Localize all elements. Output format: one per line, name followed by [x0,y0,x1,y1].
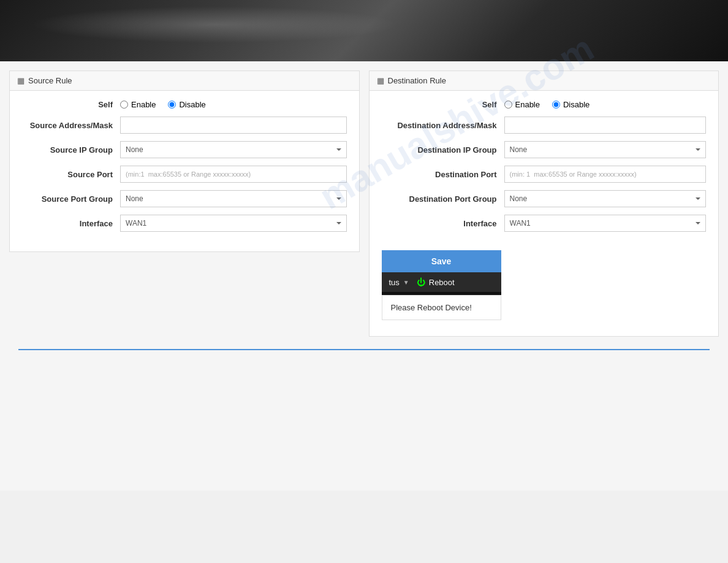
save-button-row: Save [382,250,501,272]
source-port-input[interactable] [120,166,347,183]
dest-enable-option[interactable]: Enable [504,100,540,109]
dest-disable-label: Disable [563,100,590,109]
dest-ip-group-select[interactable]: None [504,141,707,158]
header-banner [0,0,728,61]
dest-address-input[interactable] [504,117,707,134]
dest-ip-group-label: Destination IP Group [382,145,504,155]
dest-port-group-label: Destination Port Group [382,194,504,204]
footer-divider [18,349,710,350]
dest-disable-option[interactable]: Disable [552,100,590,109]
dest-port-input[interactable] [504,166,707,183]
source-port-label: Source Port [22,170,120,179]
dest-self-radio-group: Enable Disable [504,100,707,109]
source-enable-option[interactable]: Enable [120,100,156,109]
reboot-message: Please Reboot Device! [382,295,501,320]
destination-rule-title: Destination Rule [388,76,446,85]
source-ip-group-select[interactable]: None [120,141,347,158]
source-rule-title: Source Rule [28,76,72,85]
dest-interface-label: Interface [382,219,504,228]
source-self-radio-group: Enable Disable [120,100,347,109]
dest-port-group-select[interactable]: None [504,190,707,207]
destination-rule-header: ▦ Destination Rule [370,71,719,91]
source-interface-label: Interface [22,219,120,228]
reboot-label: Reboot [429,278,455,287]
reboot-row[interactable]: tus ▼ ⏻ Reboot [382,272,501,292]
destination-rule-panel: ▦ Destination Rule Self Enable Disable [369,71,719,337]
dest-interface-select[interactable]: WAN1 [504,215,707,232]
source-port-group-label: Source Port Group [22,194,120,204]
source-rule-header: ▦ Source Rule [10,71,359,91]
dest-disable-radio[interactable] [552,101,560,109]
source-enable-radio[interactable] [120,101,128,109]
source-enable-label: Enable [131,100,156,109]
dest-enable-radio[interactable] [504,101,512,109]
destination-rule-icon: ▦ [377,76,384,85]
source-address-label: Source Address/Mask [22,121,120,130]
save-reboot-popup: Save tus ▼ ⏻ Reboot Please Reboot Device… [382,250,501,320]
source-disable-option[interactable]: Disable [168,100,205,109]
source-disable-label: Disable [179,100,205,109]
status-label: tus [389,278,400,287]
dest-enable-label: Enable [515,100,540,109]
dest-address-label: Destination Address/Mask [382,121,504,130]
source-rule-panel: ▦ Source Rule Self Enable Disable [9,71,360,252]
source-interface-select[interactable]: WAN1 [120,215,347,232]
source-ip-group-label: Source IP Group [22,145,120,155]
source-self-label: Self [22,100,120,109]
source-disable-radio[interactable] [168,101,176,109]
dest-self-label: Self [382,100,504,109]
power-icon: ⏻ [417,277,425,287]
source-port-group-select[interactable]: None [120,190,347,207]
save-button[interactable]: Save [382,250,501,272]
source-rule-icon: ▦ [17,76,25,85]
dest-port-label: Destination Port [382,170,504,179]
source-address-input[interactable] [120,117,347,134]
caret-icon: ▼ [403,279,409,286]
